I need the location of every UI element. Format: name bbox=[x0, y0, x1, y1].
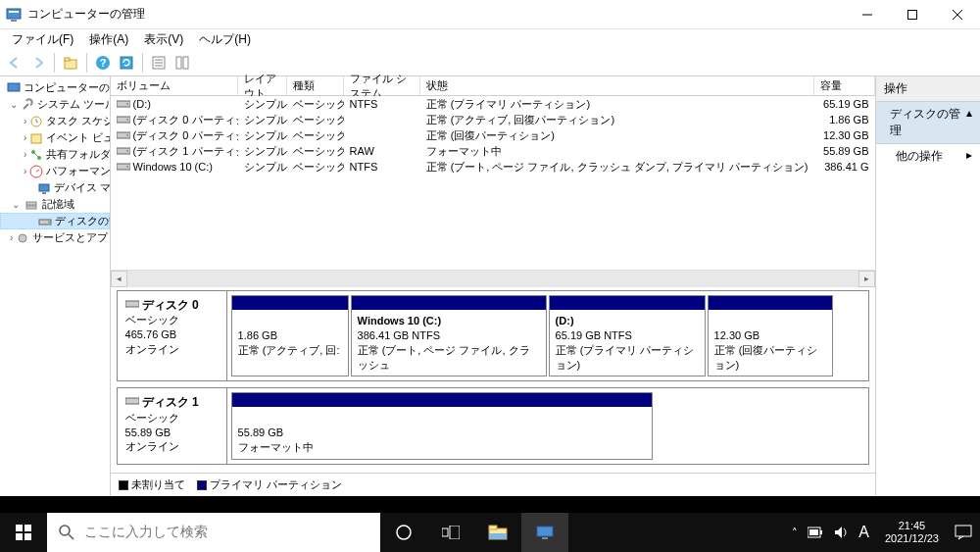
volume-row[interactable]: (ディスク 1 パーティション 1)シンプルベーシックRAWフォーマット中55.… bbox=[111, 143, 875, 159]
volume-row[interactable]: (ディスク 0 パーティション 1)シンプルベーシック正常 (アクティブ, 回復… bbox=[111, 112, 875, 127]
menu-view[interactable]: 表示(V) bbox=[136, 29, 191, 50]
tree-performance[interactable]: › パフォーマンス bbox=[0, 163, 110, 179]
menu-action[interactable]: 操作(A) bbox=[81, 29, 136, 50]
svg-point-40 bbox=[126, 150, 128, 152]
partition[interactable]: (D:)65.19 GB NTFS正常 (プライマリ パーティション) bbox=[549, 295, 706, 376]
up-button[interactable] bbox=[60, 52, 81, 74]
svg-rect-20 bbox=[31, 134, 41, 143]
tree-shared-folders[interactable]: › 共有フォルダー bbox=[0, 146, 110, 163]
menu-file[interactable]: ファイル(F) bbox=[4, 29, 81, 50]
clock[interactable]: 21:45 2021/12/23 bbox=[879, 520, 945, 545]
drive-icon bbox=[117, 146, 130, 156]
disk-map-area: ディスク 0 ベーシック 465.76 GB オンライン 1.86 GB正常 (… bbox=[111, 286, 875, 471]
action-disk-management[interactable]: ディスクの管理▴ bbox=[876, 102, 981, 144]
chevron-right-icon[interactable]: › bbox=[24, 166, 26, 176]
partition[interactable]: 55.89 GBフォーマット中 bbox=[231, 392, 653, 460]
scroll-track[interactable] bbox=[127, 271, 858, 287]
chevron-right-icon[interactable]: › bbox=[24, 116, 26, 126]
svg-rect-45 bbox=[16, 525, 23, 531]
minimize-button[interactable] bbox=[845, 0, 890, 29]
tree-storage[interactable]: ⌄ 記憶域 bbox=[0, 196, 110, 213]
chevron-down-icon[interactable]: ⌄ bbox=[10, 99, 18, 110]
volume-row[interactable]: (ディスク 0 パーティション 4)シンプルベーシック正常 (回復パーティション… bbox=[111, 127, 875, 143]
device-icon bbox=[37, 181, 51, 195]
notification-icon[interactable] bbox=[955, 525, 972, 540]
drive-icon bbox=[117, 130, 130, 140]
properties-button[interactable] bbox=[148, 52, 170, 74]
partition-header bbox=[232, 393, 652, 407]
task-view-button[interactable] bbox=[427, 513, 474, 552]
help-button[interactable]: ? bbox=[92, 52, 114, 74]
search-box[interactable]: ここに入力して検索 bbox=[47, 513, 380, 552]
col-type[interactable]: 種類 bbox=[287, 76, 344, 95]
volume-list-header[interactable]: ボリューム レイアウト 種類 ファイル システム 状態 容量 bbox=[111, 76, 875, 96]
svg-rect-61 bbox=[809, 529, 818, 535]
menu-help[interactable]: ヘルプ(H) bbox=[191, 29, 259, 50]
svg-text:?: ? bbox=[100, 57, 107, 69]
horizontal-scrollbar[interactable]: ◂ ▸ bbox=[111, 270, 875, 286]
chevron-right-icon[interactable]: › bbox=[24, 149, 26, 160]
svg-line-50 bbox=[69, 534, 74, 539]
taskbar: ここに入力して検索 ˄ A 21:45 2021/12/23 bbox=[0, 513, 980, 552]
tree-task-scheduler[interactable]: › タスク スケジューラ bbox=[0, 113, 110, 129]
cortana-button[interactable] bbox=[380, 513, 427, 552]
ime-indicator[interactable]: A bbox=[858, 524, 869, 541]
tree-system-tools[interactable]: ⌄ システム ツール bbox=[0, 96, 110, 113]
services-icon bbox=[16, 231, 29, 245]
disk-0-row[interactable]: ディスク 0 ベーシック 465.76 GB オンライン 1.86 GB正常 (… bbox=[117, 290, 869, 381]
col-filesystem[interactable]: ファイル システム bbox=[344, 76, 420, 95]
close-button[interactable] bbox=[935, 0, 980, 29]
volume-row[interactable]: (D:)シンプルベーシックNTFS正常 (プライマリ パーティション)65.19… bbox=[111, 96, 875, 112]
svg-rect-2 bbox=[11, 20, 17, 22]
svg-rect-62 bbox=[956, 526, 971, 536]
battery-icon[interactable] bbox=[808, 526, 823, 539]
svg-point-49 bbox=[60, 526, 70, 535]
file-explorer-button[interactable] bbox=[474, 513, 521, 552]
tree-root[interactable]: コンピューターの管理 (ローカル) bbox=[0, 79, 110, 96]
volume-row[interactable]: Windows 10 (C:)シンプルベーシックNTFS正常 (ブート, ページ… bbox=[111, 159, 875, 175]
action-other[interactable]: 他の操作▸ bbox=[876, 144, 981, 169]
refresh-button[interactable] bbox=[116, 52, 137, 74]
svg-rect-48 bbox=[24, 533, 31, 540]
forward-button[interactable] bbox=[27, 52, 49, 74]
back-button[interactable] bbox=[4, 52, 25, 74]
tray-chevron-icon[interactable]: ˄ bbox=[792, 527, 798, 539]
computer-management-button[interactable] bbox=[521, 513, 568, 552]
col-status[interactable]: 状態 bbox=[420, 76, 814, 95]
disk-0-partitions: 1.86 GB正常 (アクティブ, 回:Windows 10 (C:)386.4… bbox=[227, 291, 868, 380]
chevron-down-icon[interactable]: ⌄ bbox=[10, 199, 21, 210]
svg-point-51 bbox=[397, 526, 411, 539]
app-icon bbox=[6, 7, 22, 23]
start-button[interactable] bbox=[0, 513, 47, 552]
chevron-right-icon[interactable]: › bbox=[24, 132, 26, 143]
titlebar: コンピューターの管理 bbox=[0, 0, 980, 29]
partition[interactable]: 1.86 GB正常 (アクティブ, 回: bbox=[231, 295, 349, 376]
scroll-right-button[interactable]: ▸ bbox=[858, 271, 875, 287]
col-capacity[interactable]: 容量 bbox=[814, 76, 875, 95]
partition[interactable]: 12.30 GB正常 (回復パーティション) bbox=[708, 295, 833, 376]
nav-tree[interactable]: コンピューターの管理 (ローカル) ⌄ システム ツール › タスク スケジュー… bbox=[0, 76, 111, 496]
svg-rect-55 bbox=[489, 526, 497, 529]
col-volume[interactable]: ボリューム bbox=[111, 76, 238, 95]
chevron-right-icon[interactable]: › bbox=[10, 232, 13, 243]
tree-event-viewer[interactable]: › イベント ビューアー bbox=[0, 129, 110, 146]
volume-list[interactable]: (D:)シンプルベーシックNTFS正常 (プライマリ パーティション)65.19… bbox=[111, 96, 875, 175]
col-layout[interactable]: レイアウト bbox=[238, 76, 287, 95]
svg-rect-11 bbox=[121, 57, 132, 69]
list-view-button[interactable] bbox=[172, 52, 193, 74]
svg-rect-56 bbox=[489, 533, 507, 539]
svg-rect-17 bbox=[183, 57, 188, 69]
disk-1-row[interactable]: ディスク 1 ベーシック 55.89 GB オンライン 55.89 GBフォーマ… bbox=[117, 387, 869, 465]
svg-rect-44 bbox=[125, 398, 139, 404]
partition[interactable]: Windows 10 (C:)386.41 GB NTFS正常 (ブート, ペー… bbox=[351, 295, 547, 376]
tree-disk-management[interactable]: ディスクの管理 bbox=[0, 213, 110, 229]
svg-rect-8 bbox=[65, 58, 70, 61]
maximize-button[interactable] bbox=[890, 0, 935, 29]
svg-point-42 bbox=[126, 166, 128, 168]
volume-icon[interactable] bbox=[833, 525, 849, 540]
tree-device-manager[interactable]: デバイス マネージャー bbox=[0, 179, 110, 196]
system-tray[interactable]: ˄ A 21:45 2021/12/23 bbox=[784, 520, 980, 545]
scroll-left-button[interactable]: ◂ bbox=[111, 271, 127, 287]
disk-0-info: ディスク 0 ベーシック 465.76 GB オンライン bbox=[118, 291, 227, 380]
tree-services-apps[interactable]: › サービスとアプリケーション bbox=[0, 229, 110, 246]
